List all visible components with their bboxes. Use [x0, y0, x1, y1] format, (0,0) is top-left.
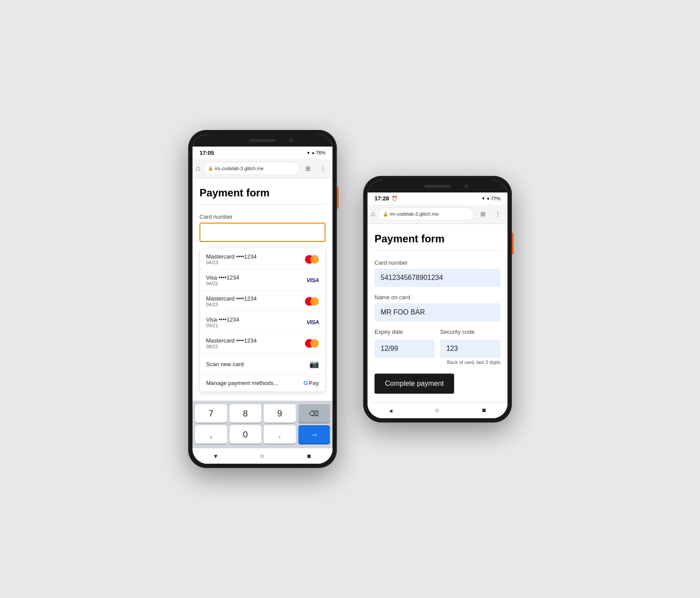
card-brand-2: Visa ••••1234 — [206, 274, 239, 281]
left-divider — [200, 204, 326, 205]
nav-recents-btn[interactable]: ■ — [307, 452, 312, 460]
left-keyboard: 7 8 9 ⌫ , 0 . → — [192, 401, 332, 448]
left-page-title: Payment form — [200, 187, 326, 199]
right-security-value[interactable]: 123 — [440, 339, 500, 358]
half-labels-row: Expiry date Security code — [374, 329, 500, 338]
right-page-title: Payment form — [374, 233, 500, 245]
saved-card-5[interactable]: Mastercard ••••1234 09/22 — [200, 333, 325, 354]
saved-card-1[interactable]: Mastercard ••••1234 04/23 — [200, 249, 325, 270]
key-7[interactable]: 7 — [195, 404, 227, 423]
left-card-dropdown: Mastercard ••••1234 04/23 Visa ••••1234 … — [200, 249, 326, 392]
card-info-2: Visa ••••1234 04/22 — [206, 274, 239, 286]
alarm-icon: ⏰ — [392, 196, 398, 201]
card-expiry-1: 04/23 — [206, 260, 257, 265]
right-nav-home-btn[interactable]: ○ — [435, 406, 439, 414]
right-expiry-value[interactable]: 12/99 — [374, 339, 435, 358]
right-time: 17:28 — [374, 195, 389, 202]
right-url-box[interactable]: 🔒 rm-codelab-3.glitch.me — [378, 207, 474, 220]
right-nav-bar: ◂ ○ ■ — [368, 402, 508, 418]
card-brand-1: Mastercard ••••1234 — [206, 253, 257, 260]
saved-card-4[interactable]: Visa ••••1234 09/21 VISA — [200, 312, 325, 333]
right-card-value[interactable]: 5412345678901234 — [374, 269, 500, 287]
card-info-3: Mastercard ••••1234 04/23 — [206, 295, 257, 307]
left-status-bar: 17:05 ▾ ◂ 76% — [192, 147, 332, 159]
battery-icon: 76% — [316, 150, 326, 155]
right-url-text: rm-codelab-3.glitch.me — [390, 211, 439, 217]
manage-label: Manage payment methods… — [206, 380, 279, 386]
nav-back-btn[interactable]: ▾ — [214, 452, 217, 460]
key-0[interactable]: 0 — [230, 425, 262, 444]
right-name-label: Name on card — [374, 294, 500, 301]
wifi-icon: ▾ — [307, 150, 310, 156]
lock-icon: 🔒 — [208, 166, 213, 171]
card-expiry-3: 04/23 — [206, 302, 257, 307]
card-brand-3: Mastercard ••••1234 — [206, 295, 257, 302]
pay-text: Pay — [309, 380, 319, 386]
right-page-content: Payment form Card number 541234567890123… — [368, 224, 508, 402]
right-phone-screen: 17:28 ⏰ ▾ ◂ 77% ⌂ 🔒 rm-codelab-3.glitch.… — [368, 180, 508, 418]
camera-scan-icon: 📷 — [309, 359, 319, 369]
right-nav-recents-btn[interactable]: ■ — [482, 406, 486, 414]
left-time: 17:05 — [200, 150, 214, 156]
speaker — [249, 139, 276, 142]
right-name-value[interactable]: MR FOO BAR — [374, 303, 500, 322]
mastercard-icon-1 — [305, 255, 319, 264]
mastercard-icon-2 — [305, 297, 319, 306]
gpay-badge: G Pay — [304, 380, 319, 386]
card-brand-4: Visa ••••1234 — [206, 316, 239, 323]
visa-icon-1: VISA — [307, 277, 319, 283]
right-tab-btn[interactable]: ⊞ — [477, 208, 489, 220]
keyboard-row-2: , 0 . → — [195, 425, 330, 444]
right-nav-back-btn[interactable]: ◂ — [389, 406, 392, 415]
card-brand-5: Mastercard ••••1234 — [206, 337, 257, 344]
right-divider — [374, 250, 500, 251]
keyboard-row-1: 7 8 9 ⌫ — [195, 404, 330, 423]
key-comma[interactable]: , — [195, 425, 227, 444]
camera — [290, 139, 293, 142]
right-status-bar: 17:28 ⏰ ▾ ◂ 77% — [368, 192, 508, 205]
saved-card-3[interactable]: Mastercard ••••1234 04/23 — [200, 291, 325, 312]
right-signal-icon: ◂ — [486, 196, 489, 201]
left-browser-bar: ⌂ 🔒 rm-codelab-3.glitch.me ⊞ ⋮ — [192, 159, 332, 178]
mastercard-icon-3 — [305, 339, 319, 348]
half-values-row: 12/99 123 — [374, 339, 500, 358]
right-camera — [465, 185, 468, 188]
right-card-section: Card number 5412345678901234 — [374, 259, 500, 287]
left-phone-wrapper: 17:05 ▾ ◂ 76% ⌂ 🔒 rm-codelab-3.glitch.me… — [188, 130, 337, 468]
right-expiry-security-section: Expiry date Security code 12/99 123 Back… — [374, 329, 500, 365]
left-page-content: Payment form Card number Mastercard ••••… — [192, 178, 332, 401]
left-nav-bar: ▾ ○ ■ — [192, 448, 332, 464]
scan-label: Scan new card — [206, 361, 244, 367]
saved-card-2[interactable]: Visa ••••1234 04/22 VISA — [200, 270, 325, 291]
card-expiry-4: 09/21 — [206, 323, 239, 328]
more-menu-btn[interactable]: ⋮ — [317, 162, 329, 175]
key-next[interactable]: → — [298, 425, 330, 444]
right-phone-wrapper: 17:28 ⏰ ▾ ◂ 77% ⌂ 🔒 rm-codelab-3.glitch.… — [363, 176, 512, 423]
left-card-section: Card number — [200, 213, 326, 242]
left-card-input[interactable] — [200, 223, 326, 242]
right-more-btn[interactable]: ⋮ — [492, 208, 504, 220]
left-status-icons: ▾ ◂ 76% — [307, 150, 326, 156]
g-icon: G — [304, 380, 308, 386]
right-status-icons: ▾ ◂ 77% — [482, 196, 500, 201]
left-url-box[interactable]: 🔒 rm-codelab-3.glitch.me — [203, 162, 299, 175]
key-8[interactable]: 8 — [230, 404, 262, 423]
key-backspace[interactable]: ⌫ — [298, 404, 330, 423]
left-phone-screen: 17:05 ▾ ◂ 76% ⌂ 🔒 rm-codelab-3.glitch.me… — [192, 134, 332, 464]
right-home-icon[interactable]: ⌂ — [371, 210, 375, 218]
complete-payment-button[interactable]: Complete payment — [374, 374, 454, 394]
tab-switcher-btn[interactable]: ⊞ — [302, 162, 314, 175]
left-phone: 17:05 ▾ ◂ 76% ⌂ 🔒 rm-codelab-3.glitch.me… — [188, 130, 337, 468]
card-expiry-2: 04/22 — [206, 281, 239, 286]
left-card-label: Card number — [200, 213, 326, 220]
left-url-text: rm-codelab-3.glitch.me — [215, 166, 264, 171]
nav-home-btn[interactable]: ○ — [260, 452, 264, 460]
key-9[interactable]: 9 — [264, 404, 296, 423]
home-icon[interactable]: ⌂ — [196, 164, 200, 172]
scan-new-card-item[interactable]: Scan new card 📷 — [200, 354, 325, 374]
right-browser-bar: ⌂ 🔒 rm-codelab-3.glitch.me ⊞ ⋮ — [368, 205, 508, 224]
manage-payment-item[interactable]: Manage payment methods… G Pay — [200, 374, 325, 392]
key-period[interactable]: . — [264, 425, 296, 444]
card-info-4: Visa ••••1234 09/21 — [206, 316, 239, 328]
right-wifi-icon: ▾ — [482, 196, 485, 201]
